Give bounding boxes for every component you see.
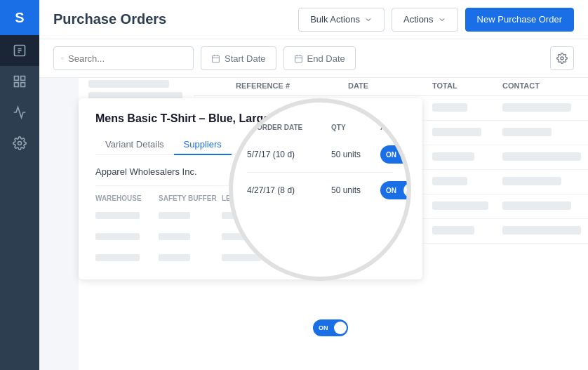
svg-point-8 bbox=[18, 142, 22, 145]
chevron-down-icon bbox=[364, 15, 373, 24]
main-area: Purchase Orders Bulk Actions Actions New… bbox=[39, 0, 588, 370]
svg-point-19 bbox=[561, 57, 563, 60]
sidebar-item-settings[interactable] bbox=[0, 128, 39, 159]
header-actions: Bulk Actions Actions New Purchase Order bbox=[298, 8, 574, 32]
col-reference: Reference # bbox=[236, 81, 348, 90]
wh-col-safety: Safety Buffer bbox=[159, 194, 222, 202]
toggle-on-label-2: ON bbox=[386, 187, 396, 194]
svg-line-10 bbox=[63, 59, 64, 60]
end-date-button[interactable]: End Date bbox=[283, 46, 356, 70]
svg-rect-15 bbox=[295, 55, 302, 62]
sidebar-logo[interactable]: S bbox=[0, 0, 39, 35]
reorder-date-2: 4/27/17 (8 d) bbox=[247, 185, 331, 195]
automate-po-toggle-1[interactable]: ON bbox=[380, 145, 411, 164]
magnifier-header: Reorder Date Qty Automate PO bbox=[247, 124, 393, 131]
toggle-knob-2 bbox=[403, 183, 411, 197]
svg-rect-5 bbox=[21, 77, 25, 81]
svg-point-9 bbox=[62, 58, 64, 60]
automate-po-toggle-2[interactable]: ON bbox=[380, 181, 411, 199]
page-header: Purchase Orders Bulk Actions Actions New… bbox=[39, 0, 588, 39]
bottom-toggle-area: ON bbox=[313, 319, 348, 336]
automate-po-toggle-3[interactable]: ON bbox=[313, 319, 348, 336]
col-contact: Contact bbox=[502, 81, 588, 90]
analytics-icon bbox=[13, 105, 27, 119]
mag-col-reorder: Reorder Date bbox=[247, 124, 331, 131]
table-header-row: Reference # Date Total Contact Received/… bbox=[194, 76, 588, 96]
sidebar-item-orders[interactable] bbox=[0, 35, 39, 66]
tab-suppliers[interactable]: Suppliers bbox=[174, 135, 232, 155]
page-title: Purchase Orders bbox=[53, 11, 166, 27]
col-total: Total bbox=[432, 81, 502, 90]
search-box[interactable] bbox=[53, 46, 194, 70]
filter-bar: Start Date End Date bbox=[39, 39, 588, 78]
toggle-on-label-1: ON bbox=[386, 151, 396, 159]
orders-icon bbox=[13, 44, 27, 58]
svg-rect-11 bbox=[213, 55, 220, 62]
sidebar: S bbox=[0, 0, 39, 370]
actions-button[interactable]: Actions bbox=[392, 8, 458, 32]
sidebar-item-analytics[interactable] bbox=[0, 97, 39, 128]
qty-1: 50 units bbox=[331, 150, 380, 159]
svg-rect-6 bbox=[15, 83, 19, 87]
new-purchase-order-button[interactable]: New Purchase Order bbox=[465, 8, 574, 32]
col-date: Date bbox=[348, 81, 432, 90]
settings-filter-icon bbox=[556, 53, 568, 64]
filter-settings-button[interactable] bbox=[550, 46, 574, 70]
wh-col-warehouse: Warehouse bbox=[95, 194, 159, 202]
magnifier-divider bbox=[247, 172, 393, 173]
logo-icon: S bbox=[15, 10, 24, 26]
tab-variant-details[interactable]: Variant Details bbox=[95, 135, 174, 155]
sidebar-item-grid[interactable] bbox=[0, 66, 39, 97]
calendar-icon bbox=[211, 54, 220, 63]
toggle-knob-3 bbox=[334, 322, 347, 334]
chevron-down-icon-2 bbox=[438, 15, 446, 24]
search-icon bbox=[61, 53, 64, 63]
svg-rect-7 bbox=[21, 83, 25, 87]
qty-2: 50 units bbox=[331, 185, 380, 195]
magnifier-lens: Reorder Date Qty Automate PO 5/7/17 (10 … bbox=[229, 98, 411, 281]
magnifier-row-2: 4/27/17 (8 d) 50 units ON bbox=[247, 174, 411, 206]
svg-rect-4 bbox=[15, 77, 19, 81]
settings-icon bbox=[13, 136, 27, 150]
grid-icon bbox=[13, 74, 27, 88]
search-input[interactable] bbox=[68, 53, 186, 64]
magnifier-row-1: 5/7/17 (10 d) 50 units ON bbox=[247, 138, 411, 171]
calendar-icon-2 bbox=[294, 54, 303, 63]
start-date-button[interactable]: Start Date bbox=[201, 46, 276, 70]
bulk-actions-button[interactable]: Bulk Actions bbox=[298, 8, 385, 32]
mag-col-qty: Qty bbox=[331, 124, 380, 131]
reorder-date-1: 5/7/17 (10 d) bbox=[247, 150, 331, 159]
toggle-on-label-3: ON bbox=[319, 324, 328, 331]
supplier-name: Apparel Wholesalers Inc. bbox=[95, 166, 197, 177]
